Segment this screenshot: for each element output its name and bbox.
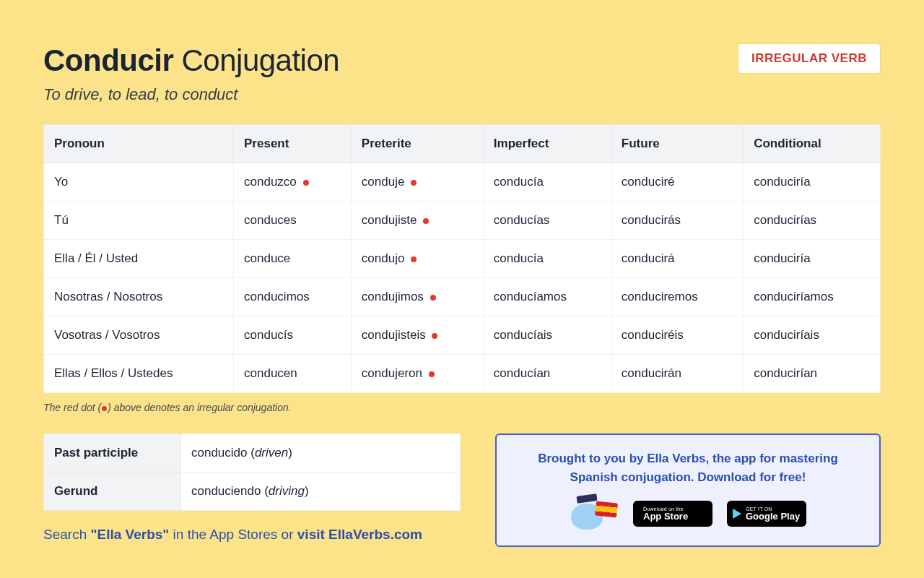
pronoun-cell: Yo — [44, 163, 234, 202]
column-header: Pronoun — [44, 125, 234, 163]
pronoun-cell: Tú — [44, 202, 234, 240]
title-rest: Conjugation — [173, 43, 339, 77]
conjugation-cell: conducía — [483, 163, 611, 202]
conjugation-cell: conducíais — [483, 316, 611, 355]
conjugation-cell: conducís — [234, 316, 352, 355]
pronoun-cell: Vosotras / Vosotros — [44, 316, 234, 355]
pronoun-cell: Ellas / Ellos / Ustedes — [44, 355, 234, 393]
conjugation-cell: condujimos — [351, 278, 483, 316]
table-row: Vosotras / Vosotrosconducís condujisteis… — [44, 316, 881, 355]
conjugation-cell: conducían — [483, 355, 611, 393]
promo-text: Brought to you by Ella Verbs, the app fo… — [514, 449, 862, 486]
play-icon — [733, 509, 741, 519]
table-row: Ella / Él / Ustedconduce condujo conducí… — [44, 240, 881, 278]
column-header: Present — [234, 125, 352, 163]
google-play-button[interactable]: GET IT ONGoogle Play — [727, 501, 806, 527]
mascot-icon — [570, 498, 619, 530]
conjugation-cell: conduciremos — [611, 278, 743, 316]
subtitle: To drive, to lead, to conduct — [43, 85, 339, 104]
gerund-label: Gerund — [44, 473, 181, 511]
dot-icon — [432, 333, 437, 339]
conjugation-cell: condujo — [351, 240, 483, 278]
conjugation-cell: condujiste — [351, 202, 483, 240]
conjugation-cell: conducirán — [611, 355, 743, 393]
conjugation-cell: conduciríais — [744, 316, 881, 355]
column-header: Future — [611, 125, 743, 163]
dot-icon — [423, 218, 429, 224]
conjugation-cell: conducía — [483, 240, 611, 278]
conjugation-cell: conduciría — [744, 240, 881, 278]
pronoun-cell: Nosotras / Nosotros — [44, 278, 234, 316]
conjugation-cell: conducías — [483, 202, 611, 240]
past-participle-label: Past participle — [44, 434, 181, 473]
conjugation-cell: conducirás — [611, 202, 743, 240]
title-verb: Conducir — [43, 43, 173, 77]
dot-icon — [411, 256, 417, 262]
gerund-value: conduciendo (driving) — [181, 473, 461, 511]
conjugation-cell: conducimos — [234, 278, 352, 316]
page-title: Conducir Conjugation — [43, 43, 339, 78]
column-header: Conditional — [744, 125, 881, 163]
table-row: Nosotras / Nosotrosconducimos condujimos… — [44, 278, 881, 316]
dot-icon — [303, 180, 309, 186]
conjugation-cell: conducíamos — [483, 278, 611, 316]
column-header: Preterite — [351, 125, 483, 163]
conjugation-cell: conducirá — [611, 240, 743, 278]
dot-icon — [429, 371, 435, 377]
conjugation-cell: conduje — [351, 163, 483, 202]
dot-icon — [430, 295, 436, 301]
conjugation-cell: conduciríamos — [744, 278, 881, 316]
promo-box: Brought to you by Ella Verbs, the app fo… — [495, 434, 881, 547]
column-header: Imperfect — [483, 125, 611, 163]
pronoun-cell: Ella / Él / Usted — [44, 240, 234, 278]
conjugation-cell: conduciré — [611, 163, 743, 202]
table-row: Yoconduzco conduje conducía conduciré co… — [44, 163, 881, 202]
table-row: Túconduces condujiste conducías conducir… — [44, 202, 881, 240]
conjugation-cell: condujeron — [351, 355, 483, 393]
app-store-button[interactable]: Download on theApp Store — [633, 501, 712, 527]
forms-table: Past participle conducido (driven) Gerun… — [43, 434, 461, 511]
conjugation-cell: conduces — [234, 202, 352, 240]
caption: The red dot () above denotes an irregula… — [43, 402, 881, 413]
past-participle-value: conducido (driven) — [181, 434, 461, 473]
conjugation-cell: condujisteis — [351, 316, 483, 355]
table-row: Ellas / Ellos / Ustedesconducen condujer… — [44, 355, 881, 393]
conjugation-table: PronounPresentPreteriteImperfectFutureCo… — [43, 124, 881, 393]
dot-icon — [102, 406, 107, 411]
conjugation-cell: conduciría — [744, 163, 881, 202]
conjugation-cell: conduce — [234, 240, 352, 278]
irregular-badge: IRREGULAR VERB — [738, 43, 881, 74]
conjugation-cell: conducirían — [744, 355, 881, 393]
search-line: Search "Ella Verbs" in the App Stores or… — [43, 527, 461, 543]
dot-icon — [411, 180, 417, 186]
conjugation-cell: conducirías — [744, 202, 881, 240]
conjugation-cell: conduzco — [234, 163, 352, 202]
conjugation-cell: conducen — [234, 355, 352, 393]
conjugation-cell: conduciréis — [611, 316, 743, 355]
